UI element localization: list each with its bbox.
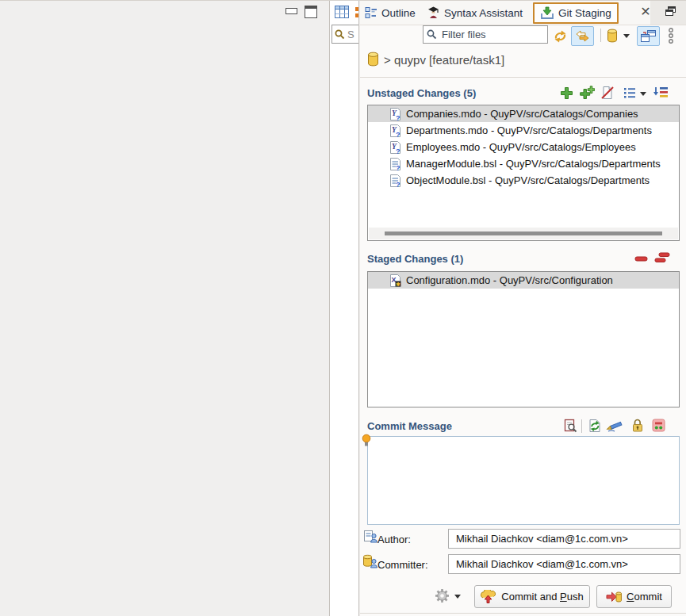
committer-label: Committer: <box>377 559 428 571</box>
chevron-down-icon[interactable] <box>623 34 630 38</box>
button-label: Commit <box>627 591 662 603</box>
unstage-all-icon[interactable] <box>654 252 670 263</box>
unstage-icon[interactable] <box>634 256 648 262</box>
refresh-icon[interactable] <box>553 29 568 44</box>
commit-message-title: Commit Message <box>367 420 452 432</box>
horizontal-scrollbar[interactable] <box>369 228 678 239</box>
author-label: Author: <box>377 534 411 545</box>
chevron-down-icon[interactable] <box>640 92 646 96</box>
search-icon <box>335 29 345 40</box>
toolbar-separator <box>581 419 582 433</box>
tab-outline[interactable]: Outline <box>365 3 416 22</box>
file-label: Companies.mdo - QuyPV/src/Catalogs/Compa… <box>406 108 638 120</box>
commit-icon <box>606 591 622 603</box>
syntax-assistant-icon <box>427 6 440 19</box>
filter-files-input[interactable] <box>440 28 538 41</box>
divider <box>360 77 686 78</box>
tab-label: Outline <box>381 7 416 19</box>
staged-changes-list: X ✱ Configuration.mdo - QuyPV/src/Config… <box>367 271 680 407</box>
file-label: ManagerModule.bsl - QuyPV/src/Catalogs/D… <box>406 158 661 170</box>
add-all-icon[interactable] <box>579 86 595 100</box>
view-tab-bar: Outline Syntax Assistant Git Staging ✕ <box>360 1 686 25</box>
mdo-file-untracked-icon: Y ? <box>389 108 401 121</box>
svg-text:?: ? <box>396 147 400 154</box>
clipped-search-input[interactable]: S <box>332 25 359 44</box>
svg-text:?: ? <box>396 180 400 187</box>
sort-icon[interactable] <box>653 86 669 99</box>
mdo-file-untracked-icon: Y ? <box>389 124 401 137</box>
layout-icon <box>640 29 657 43</box>
clipped-icon <box>355 7 358 11</box>
unstaged-file-row[interactable]: ? ObjectModule.bsl - QuyPV/src/Catalogs/… <box>368 172 679 189</box>
mdo-file-added-icon: X ✱ <box>389 274 401 287</box>
minimize-icon[interactable] <box>286 8 297 14</box>
toolbar-separator <box>600 29 601 42</box>
outline-icon <box>365 6 377 19</box>
assume-unchanged-icon[interactable] <box>600 86 615 100</box>
author-input[interactable] <box>448 529 680 549</box>
clipped-panel: S <box>329 1 359 616</box>
mdo-file-untracked-icon: Y ? <box>389 141 401 154</box>
commit-button[interactable]: Commit <box>596 585 672 608</box>
restore-icon[interactable] <box>665 6 676 17</box>
bsl-file-untracked-icon: ? <box>389 158 401 170</box>
commit-message-input[interactable] <box>367 436 680 525</box>
clipped-search-text: S <box>347 29 354 40</box>
clipped-icon <box>355 13 358 17</box>
presentation-icon[interactable] <box>623 87 636 98</box>
compare-mode-icon <box>575 30 590 42</box>
settings-icon[interactable] <box>435 588 450 603</box>
push-icon <box>481 590 496 603</box>
git-staging-view: Outline Syntax Assistant Git Staging ✕ <box>360 1 686 616</box>
scrollbar-thumb[interactable] <box>385 231 662 235</box>
svg-text:?: ? <box>396 113 400 121</box>
amend-icon[interactable] <box>588 419 603 433</box>
file-label: Configuration.mdo - QuyPV/src/Configurat… <box>406 274 613 286</box>
bsl-file-untracked-icon: ? <box>389 174 401 187</box>
unstaged-file-row[interactable]: Y ? Employees.mdo - QuyPV/src/Catalogs/E… <box>368 139 679 155</box>
panel-bottom-edge <box>360 613 686 614</box>
tab-syntax-assistant[interactable]: Syntax Assistant <box>427 3 523 22</box>
close-icon[interactable]: ✕ <box>639 4 652 19</box>
sign-off-icon[interactable] <box>606 420 624 432</box>
repository-icon <box>367 52 379 67</box>
staged-file-row[interactable]: X ✱ Configuration.mdo - QuyPV/src/Config… <box>368 272 679 289</box>
file-label: Departments.mdo - QuyPV/src/Catalogs/Dep… <box>406 124 652 136</box>
file-label: ObjectModule.bsl - QuyPV/src/Catalogs/De… <box>406 174 650 186</box>
unstaged-file-row[interactable]: Y ? Companies.mdo - QuyPV/src/Catalogs/C… <box>368 105 679 122</box>
committer-icon <box>362 554 377 568</box>
tab-label: Git Staging <box>558 7 611 19</box>
repository-icon[interactable] <box>607 29 618 43</box>
commit-and-push-button[interactable]: Commit and Push <box>474 585 590 608</box>
preview-icon[interactable] <box>563 419 577 433</box>
view-menu-icon[interactable] <box>668 28 674 44</box>
compare-mode-toggle[interactable] <box>571 26 594 46</box>
unstaged-changes-list: Y ? Companies.mdo - QuyPV/src/Catalogs/C… <box>367 105 680 241</box>
tab-label: Syntax Assistant <box>444 7 523 19</box>
search-icon <box>427 29 437 40</box>
unstaged-section-title: Unstaged Changes (5) <box>367 87 476 99</box>
table-icon[interactable] <box>335 6 349 18</box>
file-label: Employees.mdo - QuyPV/src/Catalogs/Emplo… <box>406 141 636 153</box>
change-id-icon[interactable] <box>652 419 665 432</box>
unstaged-file-row[interactable]: Y ? Departments.mdo - QuyPV/src/Catalogs… <box>368 122 679 139</box>
tab-git-staging[interactable]: Git Staging <box>533 2 619 24</box>
svg-text:✱: ✱ <box>396 281 400 286</box>
svg-text:?: ? <box>396 163 400 170</box>
committer-input[interactable] <box>448 554 680 574</box>
layout-toggle[interactable] <box>637 26 660 46</box>
author-icon <box>363 530 377 543</box>
button-label: Commit and Push <box>501 591 583 603</box>
staged-section-title: Staged Changes (1) <box>367 253 463 265</box>
add-icon[interactable] <box>560 86 573 100</box>
workbench: S Outline <box>0 0 686 616</box>
sign-commit-icon[interactable] <box>631 419 644 432</box>
quickfix-bulb-icon[interactable] <box>362 434 371 447</box>
svg-text:?: ? <box>396 130 400 137</box>
filter-files-box <box>423 25 548 44</box>
unstaged-file-row[interactable]: ? ManagerModule.bsl - QuyPV/src/Catalogs… <box>368 155 679 172</box>
git-staging-icon <box>540 6 554 20</box>
chevron-down-icon[interactable] <box>454 595 461 599</box>
maximize-icon[interactable] <box>305 6 317 18</box>
repository-label[interactable]: > quypv [feature/task1] <box>384 53 504 67</box>
